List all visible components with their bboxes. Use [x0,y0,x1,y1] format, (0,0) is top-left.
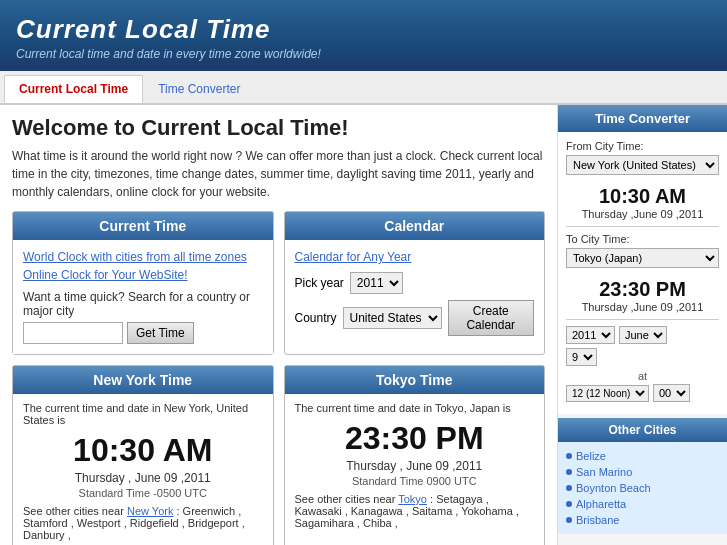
pick-year-row: Pick year 2011 [295,272,535,294]
hour-minute-row: 12 (12 Noon) 00 [566,384,719,402]
from-time: 10:30 AM [566,185,719,208]
world-clock-link[interactable]: World Clock with cities from all time zo… [23,250,263,264]
welcome-text: What time is it around the world right n… [12,147,545,201]
city-item-4: Brisbane [566,512,719,528]
search-label: Want a time quick? Search for a country … [23,290,263,318]
tokyo-header: Tokyo Time [285,366,545,394]
sidebar-divider-1 [566,226,719,227]
sidebar-divider-2 [566,319,719,320]
tokyo-time: 23:30 PM [295,420,535,457]
to-label: To City Time: [566,233,719,245]
site-subtitle: Current local time and date in every tim… [16,47,711,61]
country-row: Country United States Create Calendar [295,300,535,336]
tab-current-local-time[interactable]: Current Local Time [4,75,143,103]
boxes-grid: Current Time World Clock with cities fro… [12,211,545,545]
site-title: Current Local Time [16,14,711,45]
other-cities-header: Other Cities [558,418,727,442]
nearby-prefix-tokyo: See other cities near [295,493,396,505]
city-dot-1 [566,469,572,475]
city-dot-4 [566,517,572,523]
tokyo-standard: Standard Time 0900 UTC [295,475,535,487]
to-time: 23:30 PM [566,278,719,301]
city-dot-0 [566,453,572,459]
nav-tabs: Current Local Time Time Converter [0,71,727,105]
search-input[interactable] [23,322,123,344]
city-dot-2 [566,485,572,491]
nearby-prefix-ny: See other cities near [23,505,124,517]
calendar-any-year-link[interactable]: Calendar for Any Year [295,250,535,264]
city-item-3: Alpharetta [566,496,719,512]
current-time-body: World Clock with cities from all time zo… [13,240,273,354]
from-city-select[interactable]: New York (United States) [566,155,719,175]
content-area: Welcome to Current Local Time! What time… [0,105,557,545]
tokyo-box: Tokyo Time The current time and date in … [284,365,546,545]
tab-time-converter[interactable]: Time Converter [143,75,255,103]
sidebar: Time Converter From City Time: New York … [557,105,727,545]
new-york-header: New York Time [13,366,273,394]
new-york-date: Thursday , June 09 ,2011 [23,471,263,485]
site-header: Current Local Time Current local time an… [0,0,727,71]
other-cities-body: Belize San Marino Boynton Beach Alpharet… [558,442,727,534]
new-york-nearby: See other cities near New York : Greenwi… [23,505,263,541]
sidebar-body: From City Time: New York (United States)… [558,132,727,414]
welcome-title: Welcome to Current Local Time! [12,115,545,141]
get-time-button[interactable]: Get Time [127,322,194,344]
country-select[interactable]: United States [343,307,442,329]
calendar-body: Calendar for Any Year Pick year 2011 Cou… [285,240,545,352]
tokyo-date: Thursday , June 09 ,2011 [295,459,535,473]
online-clock-link[interactable]: Online Clock for Your WebSite! [23,268,263,282]
current-time-box: Current Time World Clock with cities fro… [12,211,274,355]
time-converter-header: Time Converter [558,105,727,132]
from-label: From City Time: [566,140,719,152]
main-layout: Welcome to Current Local Time! What time… [0,105,727,545]
day-select-sidebar[interactable]: 9 [566,348,597,366]
city-link-4[interactable]: Brisbane [576,514,619,526]
nearby-city-tokyo[interactable]: Tokyo [398,493,427,505]
to-city-select[interactable]: Tokyo (Japan) [566,248,719,268]
search-row: Get Time [23,322,263,344]
tokyo-intro: The current time and date in Tokyo, Japa… [295,402,535,414]
tokyo-body: The current time and date in Tokyo, Japa… [285,394,545,537]
country-label: Country [295,311,337,325]
current-time-header: Current Time [13,212,273,240]
tokyo-nearby: See other cities near Tokyo : Setagaya ,… [295,493,535,529]
year-month-row: 2011 June [566,326,719,344]
year-select-sidebar[interactable]: 2011 [566,326,615,344]
city-dot-3 [566,501,572,507]
city-link-2[interactable]: Boynton Beach [576,482,651,494]
new-york-standard: Standard Time -0500 UTC [23,487,263,499]
hour-select-sidebar[interactable]: 12 (12 Noon) [566,385,649,402]
create-calendar-button[interactable]: Create Calendar [448,300,534,336]
calendar-header: Calendar [285,212,545,240]
minute-select-sidebar[interactable]: 00 [653,384,690,402]
new-york-box: New York Time The current time and date … [12,365,274,545]
day-row: 9 [566,348,719,366]
pick-year-label: Pick year [295,276,344,290]
at-label: at [566,370,719,382]
city-item-2: Boynton Beach [566,480,719,496]
other-cities-section: Other Cities Belize San Marino Boynton B… [558,418,727,534]
new-york-intro: The current time and date in New York, U… [23,402,263,426]
city-link-0[interactable]: Belize [576,450,606,462]
new-york-time: 10:30 AM [23,432,263,469]
year-select[interactable]: 2011 [350,272,403,294]
to-date: Thursday ,June 09 ,2011 [566,301,719,313]
city-item-0: Belize [566,448,719,464]
city-link-1[interactable]: San Marino [576,466,632,478]
city-item-1: San Marino [566,464,719,480]
new-york-body: The current time and date in New York, U… [13,394,273,545]
from-date: Thursday ,June 09 ,2011 [566,208,719,220]
month-select-sidebar[interactable]: June [619,326,667,344]
city-link-3[interactable]: Alpharetta [576,498,626,510]
nearby-city-ny[interactable]: New York [127,505,173,517]
calendar-box: Calendar Calendar for Any Year Pick year… [284,211,546,355]
